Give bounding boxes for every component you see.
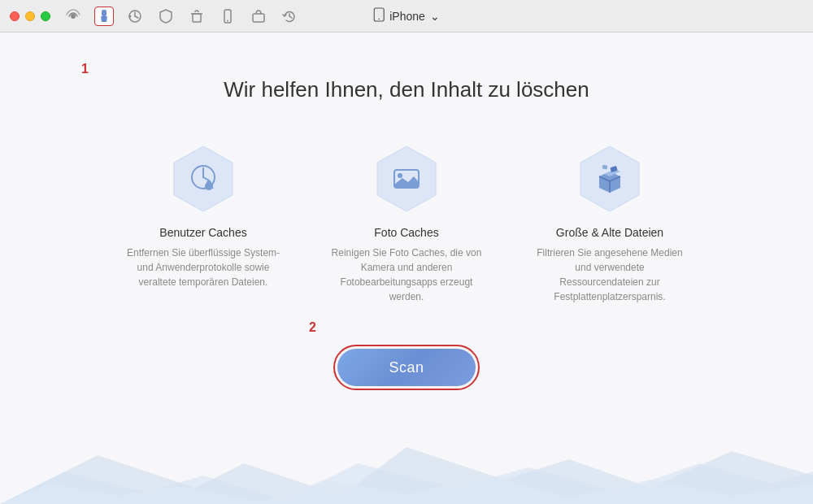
- bag-icon[interactable]: [249, 7, 268, 26]
- photo-cache-icon-container: [371, 143, 442, 215]
- mobile-icon[interactable]: [218, 7, 237, 26]
- close-button[interactable]: [10, 11, 20, 21]
- trash-icon[interactable]: [187, 7, 207, 26]
- chevron-down-icon: ⌄: [430, 10, 440, 23]
- clean-icon[interactable]: [94, 7, 114, 26]
- wifi-icon[interactable]: [63, 7, 83, 26]
- device-selector[interactable]: iPhone ⌄: [373, 7, 440, 24]
- scan-button-wrapper: 2 Scan: [333, 345, 480, 390]
- svg-rect-7: [193, 14, 201, 22]
- svg-point-6: [129, 15, 132, 17]
- large-files-icon-container: [574, 143, 646, 215]
- clock-icon[interactable]: [125, 7, 145, 26]
- titlebar: iPhone ⌄: [0, 0, 813, 33]
- features-row: Benutzer Caches Entfernen Sie überflüssi…: [126, 143, 687, 304]
- device-name: iPhone: [389, 10, 425, 23]
- device-phone-icon: [373, 7, 385, 24]
- svg-line-13: [289, 16, 292, 18]
- scan-button-border: Scan: [333, 345, 480, 390]
- feature-1-title: Benutzer Caches: [159, 226, 246, 239]
- user-cache-icon-container: [167, 143, 239, 215]
- feature-item-photo-cache: Foto Caches Reinigen Sie Foto Caches, di…: [329, 143, 484, 304]
- feature-3-desc: Filtrieren Sie angesehene Medien und ver…: [533, 245, 687, 304]
- svg-point-21: [207, 180, 211, 185]
- badge-1: 1: [81, 62, 89, 76]
- svg-point-24: [398, 173, 402, 178]
- svg-rect-28: [602, 165, 608, 170]
- window-controls: [10, 11, 50, 21]
- badge-2: 2: [309, 320, 316, 335]
- toolbar: [63, 7, 299, 26]
- feature-2-desc: Reinigen Sie Foto Caches, die von Kamera…: [329, 245, 484, 304]
- shield-icon[interactable]: [156, 7, 176, 26]
- feature-item-large-files: Große & Alte Dateien Filtrieren Sie ange…: [533, 143, 687, 304]
- maximize-button[interactable]: [41, 11, 50, 21]
- feature-1-desc: Entfernen Sie überflüssige System- und A…: [126, 245, 280, 289]
- main-content: Wir helfen Ihnen, den Inhalt zu löschen …: [0, 33, 813, 504]
- mountain-decoration: [0, 439, 813, 504]
- headline: Wir helfen Ihnen, den Inhalt zu löschen: [224, 77, 589, 102]
- svg-rect-11: [253, 14, 264, 22]
- svg-point-0: [71, 14, 76, 19]
- scan-button[interactable]: Scan: [337, 349, 476, 386]
- feature-3-title: Große & Alte Dateien: [556, 226, 663, 239]
- svg-line-19: [203, 177, 209, 180]
- history-icon[interactable]: [280, 7, 299, 26]
- minimize-button[interactable]: [25, 11, 35, 21]
- feature-2-title: Foto Caches: [374, 226, 438, 239]
- svg-point-15: [378, 19, 380, 20]
- svg-point-10: [227, 20, 228, 21]
- feature-item-user-cache: Benutzer Caches Entfernen Sie überflüssi…: [126, 143, 280, 289]
- svg-rect-1: [102, 10, 107, 16]
- svg-line-5: [135, 16, 138, 18]
